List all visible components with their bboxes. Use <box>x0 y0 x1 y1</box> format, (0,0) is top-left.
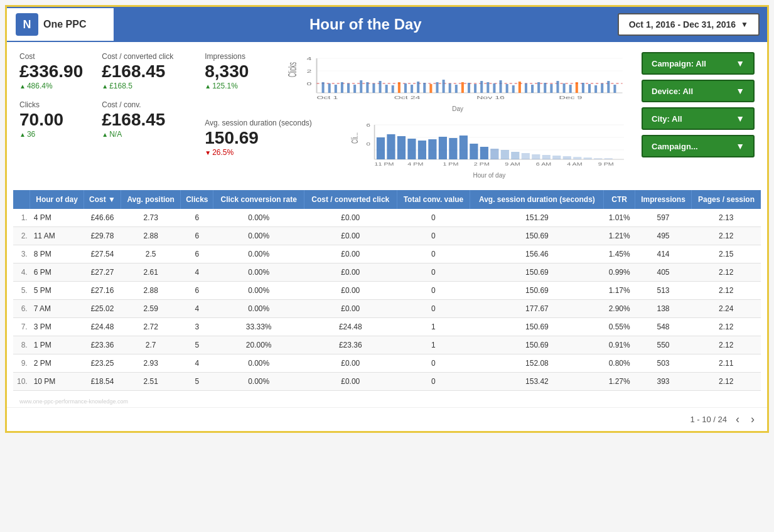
svg-text:11 PM: 11 PM <box>374 162 394 166</box>
svg-rect-21 <box>385 85 388 93</box>
svg-rect-20 <box>379 81 382 93</box>
campaign-all-filter[interactable]: Campaign: All ▼ <box>642 52 755 75</box>
svg-text:1 PM: 1 PM <box>443 162 458 166</box>
svg-rect-80 <box>480 147 488 159</box>
svg-rect-75 <box>428 139 436 159</box>
svg-rect-36 <box>481 81 483 93</box>
table-row: 7.3 PM£24.482.72333.33%£24.481150.690.55… <box>13 318 761 336</box>
svg-text:4 PM: 4 PM <box>407 162 423 166</box>
date-range-label: Oct 1, 2016 - Dec 31, 2016 <box>629 19 736 29</box>
metric-cost-converted-click: Cost / converted click £168.45 £168.5 <box>102 52 192 90</box>
device-all-filter[interactable]: Device: All ▼ <box>642 80 755 102</box>
table-body: 1.4 PM£46.662.7360.00%£0.000151.291.01%5… <box>13 209 761 391</box>
svg-rect-11 <box>322 82 325 93</box>
svg-text:4 AM: 4 AM <box>567 162 582 166</box>
svg-text:4: 4 <box>307 56 312 61</box>
cost-change-arrow <box>19 82 26 90</box>
logo-text: One PPC <box>43 19 86 30</box>
avg-session-change-arrow <box>205 148 211 157</box>
svg-rect-54 <box>594 85 597 93</box>
svg-rect-90 <box>583 157 591 159</box>
date-range-dropdown-arrow: ▼ <box>741 20 748 29</box>
svg-rect-37 <box>487 82 490 93</box>
top-chart-xlabel: Day <box>286 105 629 112</box>
col-hour-of-day[interactable]: Hour of day <box>30 190 84 209</box>
svg-rect-26 <box>417 82 420 93</box>
table-header-row: Hour of day Cost ▼ Avg. position Clicks … <box>13 190 761 209</box>
svg-rect-50 <box>569 85 572 93</box>
col-ctr[interactable]: CTR <box>604 190 635 209</box>
col-avg-position[interactable]: Avg. position <box>121 190 181 209</box>
svg-rect-34 <box>468 83 470 93</box>
svg-rect-48 <box>557 81 559 93</box>
svg-rect-28 <box>430 84 433 93</box>
svg-rect-25 <box>411 85 413 93</box>
pagination: 1 - 10 / 24 ‹ › <box>7 407 767 431</box>
svg-text:9 PM: 9 PM <box>598 162 614 166</box>
table-row: 4.6 PM£27.272.6140.00%£0.000150.690.99%4… <box>13 263 761 282</box>
svg-rect-27 <box>424 83 426 93</box>
svg-text:2 PM: 2 PM <box>474 162 490 166</box>
col-cost-converted-click[interactable]: Cost / converted click <box>304 190 397 209</box>
svg-rect-24 <box>404 83 407 93</box>
pagination-prev[interactable]: ‹ <box>733 413 742 426</box>
col-avg-session-duration[interactable]: Avg. session duration (seconds) <box>470 190 604 209</box>
top-chart: Clicks 4 2 0 <box>286 52 629 102</box>
campaign-extra-dropdown-arrow: ▼ <box>736 141 744 151</box>
col-cost[interactable]: Cost ▼ <box>83 190 121 209</box>
svg-rect-19 <box>373 83 375 93</box>
svg-rect-49 <box>563 83 566 93</box>
svg-rect-41 <box>512 85 515 93</box>
device-dropdown-arrow: ▼ <box>736 86 744 96</box>
svg-rect-84 <box>522 153 530 159</box>
svg-rect-29 <box>436 82 439 93</box>
svg-text:0: 0 <box>366 141 370 146</box>
col-num <box>13 190 30 209</box>
svg-rect-40 <box>506 84 508 93</box>
col-impressions[interactable]: Impressions <box>635 190 691 209</box>
page-header: N One PPC Hour of the Day Oct 1, 2016 - … <box>7 7 767 42</box>
svg-rect-35 <box>474 84 476 93</box>
svg-rect-88 <box>562 156 571 159</box>
city-all-filter[interactable]: City: All ▼ <box>642 107 755 130</box>
svg-text:Dec 9: Dec 9 <box>559 95 583 100</box>
bottom-chart: Cli... 6 0 <box>350 119 629 169</box>
table-row: 8.1 PM£23.362.7520.00%£23.361150.690.91%… <box>13 336 761 354</box>
svg-rect-51 <box>576 82 578 93</box>
table-row: 9.2 PM£23.252.9340.00%£0.000152.080.80%5… <box>13 354 761 373</box>
cost-conv-change-arrow <box>102 130 108 139</box>
svg-rect-46 <box>544 83 547 93</box>
col-clicks[interactable]: Clicks <box>181 190 213 209</box>
metric-impressions: Impressions 8,330 125.1% <box>205 52 267 90</box>
svg-rect-79 <box>470 144 478 159</box>
svg-text:Clicks: Clicks <box>286 62 299 77</box>
svg-rect-86 <box>542 155 550 159</box>
clicks-change-arrow <box>19 130 26 139</box>
svg-text:2: 2 <box>307 69 312 74</box>
page-title: Hour of the Day <box>114 7 618 42</box>
date-range-button[interactable]: Oct 1, 2016 - Dec 31, 2016 ▼ <box>618 13 760 36</box>
col-pages-session[interactable]: Pages / session <box>692 190 761 209</box>
svg-rect-91 <box>594 158 602 159</box>
svg-rect-77 <box>449 138 457 159</box>
svg-text:6: 6 <box>366 122 370 127</box>
svg-rect-31 <box>449 83 451 93</box>
table-row: 6.7 AM£25.022.5940.00%£0.000177.672.90%1… <box>13 300 761 318</box>
svg-rect-42 <box>519 82 521 93</box>
data-table: Hour of day Cost ▼ Avg. position Clicks … <box>13 190 761 391</box>
svg-rect-56 <box>608 81 610 93</box>
col-total-conv-value[interactable]: Total conv. value <box>397 190 470 209</box>
table-row: 5.5 PM£27.162.8860.00%£0.000150.691.17%5… <box>13 282 761 300</box>
svg-rect-22 <box>392 85 394 93</box>
svg-rect-70 <box>377 137 385 159</box>
svg-rect-53 <box>588 84 591 93</box>
metric-clicks: Clicks 70.00 36 <box>19 100 102 139</box>
table-row: 10.10 PM£18.542.5150.00%£0.000153.421.27… <box>13 373 761 391</box>
campaign-extra-filter[interactable]: Campaign... ▼ <box>642 135 755 157</box>
col-click-conversion-rate[interactable]: Click conversion rate <box>213 190 304 209</box>
pagination-next[interactable]: › <box>748 413 757 426</box>
svg-rect-52 <box>582 83 584 93</box>
svg-rect-57 <box>614 85 616 93</box>
svg-rect-32 <box>455 85 458 93</box>
svg-text:Nov 16: Nov 16 <box>476 95 505 100</box>
